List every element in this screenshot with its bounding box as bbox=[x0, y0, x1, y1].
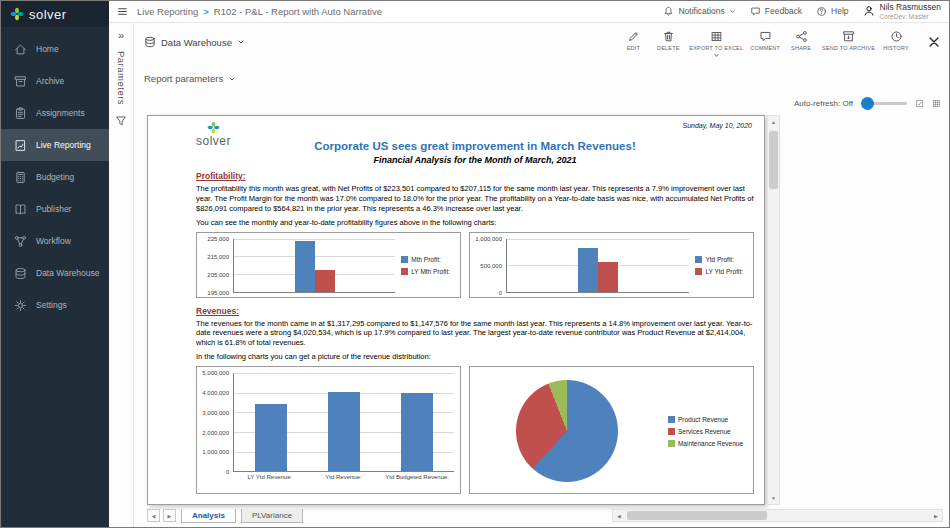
report-parameters-expander[interactable]: Report parameters bbox=[144, 73, 236, 84]
report-date: Sunday, May 10, 2020 bbox=[682, 122, 752, 129]
sidebar-item-data-warehouse[interactable]: Data Warehouse bbox=[1, 257, 109, 289]
feedback-label: Feedback bbox=[765, 6, 802, 16]
delete-label: DELETE bbox=[657, 45, 680, 51]
y-tick-label: 0 bbox=[499, 290, 502, 296]
history-button[interactable]: HISTORY bbox=[882, 27, 910, 51]
close-report-button[interactable] bbox=[927, 35, 941, 49]
user-name: Nils Rasmussen bbox=[880, 3, 941, 13]
chart-plot-area bbox=[506, 239, 689, 293]
bell-icon bbox=[663, 6, 674, 17]
comment-label: COMMENT bbox=[750, 45, 780, 51]
sheet-nav-left-arrow[interactable]: ◀ bbox=[147, 509, 160, 522]
notifications-button[interactable]: Notifications bbox=[663, 6, 735, 17]
legend-item: LY Mth Profit: bbox=[401, 268, 450, 275]
legend-label: Product Revenue bbox=[678, 416, 728, 423]
solver-pinwheel-icon bbox=[10, 7, 24, 21]
chart-y-axis: 1,000,000500,0000 bbox=[472, 239, 506, 293]
user-menu[interactable]: Nils Rasmussen CoreDev: Master bbox=[863, 3, 941, 20]
y-tick-label: 500,000 bbox=[480, 263, 502, 269]
feedback-button[interactable]: Feedback bbox=[750, 6, 802, 17]
chart-x-axis: LY Ytd Revenue:Ytd Revenue:Ytd Budgeted … bbox=[233, 472, 454, 489]
gridline bbox=[234, 373, 454, 374]
data-source-selector[interactable]: Data Warehouse bbox=[144, 36, 245, 48]
sheet-tab-analysis[interactable]: Analysis bbox=[181, 509, 236, 523]
chart-y-axis: 5,000,0004,000,0003,000,0002,000,0001,00… bbox=[199, 373, 233, 472]
legend-label: Maintenance Revenue bbox=[678, 440, 743, 447]
history-label: HISTORY bbox=[883, 45, 909, 51]
horizontal-scrollbar[interactable]: ◀ ▶ bbox=[612, 509, 943, 522]
sidebar-item-label: Budgeting bbox=[36, 172, 74, 182]
horizontal-scrollbar-thumb[interactable] bbox=[627, 511, 767, 520]
help-button[interactable]: Help bbox=[816, 6, 848, 17]
sidebar-item-label: Assignments bbox=[36, 108, 85, 118]
expand-parameters-icon[interactable]: » bbox=[118, 30, 124, 41]
bar bbox=[598, 262, 618, 292]
chart-upper: 5,000,0004,000,0003,000,0002,000,0001,00… bbox=[199, 373, 454, 472]
y-tick-label: 4,000,000 bbox=[202, 390, 229, 396]
sidebar-item-budgeting[interactable]: Budgeting bbox=[1, 161, 109, 193]
breadcrumb-page-title: R102 - P&L - Report with Auto Narrative bbox=[214, 6, 382, 17]
y-tick-label: 2,000,000 bbox=[202, 430, 229, 436]
sheet-tabs-bar: ◀ ▶ Analysis PLVariance bbox=[147, 509, 303, 523]
toolbar-actions: EDIT DELETE EXPORT TO EXCEL COMMENT bbox=[619, 27, 941, 58]
auto-refresh-toggle[interactable] bbox=[861, 102, 907, 105]
data-source-label: Data Warehouse bbox=[161, 37, 232, 48]
comment-button[interactable]: COMMENT bbox=[750, 27, 780, 51]
export-to-excel-button[interactable]: EXPORT TO EXCEL bbox=[689, 27, 743, 58]
sidebar-item-label: Settings bbox=[36, 300, 67, 310]
sidebar-item-settings[interactable]: Settings bbox=[1, 289, 109, 321]
chart-upper: 1,000,000500,0000 bbox=[472, 239, 689, 293]
excel-export-icon bbox=[710, 30, 723, 43]
horizontal-scrollbar-track[interactable] bbox=[625, 510, 930, 521]
x-tick-label: Ytd Revenue: bbox=[311, 474, 377, 481]
edit-button[interactable]: EDIT bbox=[619, 27, 647, 51]
checkbox-icon[interactable] bbox=[915, 99, 924, 108]
revenues-paragraph: The revenues for the month came in at $1… bbox=[196, 319, 754, 349]
share-label: SHARE bbox=[791, 45, 811, 51]
scroll-down-arrow[interactable]: ▼ bbox=[768, 492, 779, 504]
delete-button[interactable]: DELETE bbox=[654, 27, 682, 51]
chevron-down-icon bbox=[237, 38, 245, 46]
pie-wrap bbox=[472, 373, 662, 489]
legend-swatch bbox=[695, 256, 702, 263]
send-to-archive-button[interactable]: SEND TO ARCHIVE bbox=[822, 27, 875, 51]
scroll-left-arrow[interactable]: ◀ bbox=[613, 510, 625, 521]
share-button[interactable]: SHARE bbox=[787, 27, 815, 51]
y-tick-label: 225,000 bbox=[207, 236, 229, 242]
sidebar-item-archive[interactable]: Archive bbox=[1, 65, 109, 97]
filter-funnel-icon[interactable] bbox=[115, 115, 127, 127]
sidebar-item-assignments[interactable]: Assignments bbox=[1, 97, 109, 129]
gridline bbox=[234, 256, 395, 257]
sheet-tab-plvariance[interactable]: PLVariance bbox=[241, 509, 303, 523]
settings-icon bbox=[14, 299, 27, 312]
chart-legend: Product RevenueServices RevenueMaintenan… bbox=[666, 373, 747, 489]
main-content: Data Warehouse EDIT DELETE EXPORT TO EXC… bbox=[134, 23, 949, 527]
app-window: solver Home Archive Assignments Live Rep… bbox=[0, 0, 950, 528]
scroll-right-arrow[interactable]: ▶ bbox=[930, 510, 942, 521]
bar bbox=[328, 392, 360, 471]
vertical-scrollbar-thumb[interactable] bbox=[769, 131, 778, 189]
solver-logo-text: solver bbox=[29, 7, 67, 22]
y-tick-label: 195,000 bbox=[207, 290, 229, 296]
scroll-up-arrow[interactable]: ▲ bbox=[768, 116, 779, 128]
vertical-scrollbar[interactable]: ▲ ▼ bbox=[767, 115, 780, 505]
sidebar-item-workflow[interactable]: Workflow bbox=[1, 225, 109, 257]
y-tick-label: 5,000,000 bbox=[202, 370, 229, 376]
solver-logo: solver bbox=[1, 1, 109, 27]
legend-item: Ytd Profit: bbox=[695, 256, 743, 263]
report-page: solver Sunday, May 10, 2020 Corporate US… bbox=[147, 115, 765, 505]
data-warehouse-icon bbox=[144, 36, 156, 48]
sidebar-item-live-reporting[interactable]: Live Reporting bbox=[1, 129, 109, 161]
bar bbox=[295, 241, 315, 291]
sidebar-item-home[interactable]: Home bbox=[1, 33, 109, 65]
sheet-nav-right-arrow[interactable]: ▶ bbox=[163, 509, 176, 522]
toggle-knob[interactable] bbox=[861, 97, 874, 110]
report-logo-text: solver bbox=[196, 135, 231, 147]
sidebar-item-publisher[interactable]: Publisher bbox=[1, 193, 109, 225]
grid-icon[interactable] bbox=[932, 99, 941, 108]
breadcrumb-section[interactable]: Live Reporting bbox=[137, 6, 198, 17]
data-warehouse-icon bbox=[14, 267, 27, 280]
user-role: CoreDev: Master bbox=[880, 13, 941, 20]
sidebar-item-label: Data Warehouse bbox=[36, 268, 99, 278]
hamburger-menu-icon[interactable] bbox=[117, 6, 128, 17]
